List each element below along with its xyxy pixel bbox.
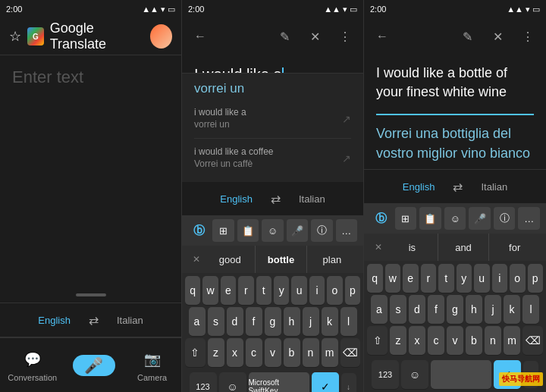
key-k-right[interactable]: k xyxy=(504,295,520,324)
key-123-mid[interactable]: 123 xyxy=(190,372,217,392)
key-w-mid[interactable]: w xyxy=(202,276,218,305)
edit-icon-right[interactable]: ✎ xyxy=(455,24,479,49)
nav-mic[interactable]: 🎤 xyxy=(73,355,115,376)
key-a-right[interactable]: a xyxy=(371,295,388,324)
translated-area-right[interactable]: I would like a bottle of your finest whi… xyxy=(364,55,546,169)
avatar[interactable] xyxy=(150,24,172,49)
key-o-mid[interactable]: o xyxy=(327,276,342,305)
key-m-mid[interactable]: m xyxy=(322,338,338,367)
key-q-mid[interactable]: q xyxy=(185,276,200,305)
key-a-mid[interactable]: a xyxy=(189,307,206,336)
keyboard-mid[interactable]: ⓑ ⊞ 📋 ☺ 🎤 ⓘ … ✕ good bottle plan q w e r… xyxy=(182,215,363,392)
sugg-word-2-mid[interactable]: bottle xyxy=(256,246,306,273)
close-icon-mid[interactable]: ✕ xyxy=(303,24,327,49)
key-y-mid[interactable]: y xyxy=(274,276,289,305)
keyboard-rows-right[interactable]: q w e r t y u i o p a s d f g h j k l xyxy=(364,261,546,359)
source-lang-mid[interactable]: English xyxy=(214,190,259,208)
key-q-right[interactable]: q xyxy=(367,264,383,293)
key-shift-mid[interactable]: ⇧ xyxy=(185,338,206,367)
key-g-right[interactable]: g xyxy=(447,295,463,324)
bottom-nav-left[interactable]: 💬 Conversation 🎤 📷 Camera xyxy=(0,337,181,392)
bottom-kb-row-mid[interactable]: 123 ☺ Microsoft SwiftKey ✓ ↓ xyxy=(182,371,363,392)
bing-icon-mid[interactable]: ⓑ xyxy=(188,219,209,242)
key-x-right[interactable]: x xyxy=(409,326,425,355)
key-i-mid[interactable]: i xyxy=(309,276,325,305)
panel-top-bar-right[interactable]: ← ✎ ✕ ⋮ xyxy=(364,18,546,55)
star-icon[interactable]: ☆ xyxy=(9,28,21,45)
key-emoji-right[interactable]: ☺ xyxy=(401,360,428,389)
source-lang-right[interactable]: English xyxy=(397,178,441,196)
sugg-word-3-right[interactable]: for xyxy=(489,234,540,261)
key-f-mid[interactable]: f xyxy=(246,307,262,336)
nav-camera[interactable]: 📷 Camera xyxy=(131,349,174,382)
key-k-mid[interactable]: k xyxy=(322,307,338,336)
key-arrow-down-mid[interactable]: ↓ xyxy=(341,373,356,392)
target-lang-right[interactable]: Italian xyxy=(475,178,513,196)
key-enter-mid[interactable]: ✓ xyxy=(312,372,339,392)
key-e-right[interactable]: e xyxy=(403,264,419,293)
key-w-right[interactable]: w xyxy=(385,264,401,293)
kb-face-icon-right[interactable]: ☺ xyxy=(444,207,466,230)
sugg-word-1-right[interactable]: is xyxy=(387,234,438,261)
kb-grid-icon-right[interactable]: ⊞ xyxy=(395,207,417,230)
enter-text-placeholder[interactable]: Enter text xyxy=(12,67,83,86)
nav-conversation[interactable]: 💬 Conversation xyxy=(8,349,57,382)
key-j-mid[interactable]: j xyxy=(303,307,319,336)
mic-icon[interactable]: 🎤 xyxy=(73,355,115,376)
key-p-mid[interactable]: p xyxy=(345,276,360,305)
key-n-mid[interactable]: n xyxy=(303,338,319,367)
key-l-right[interactable]: l xyxy=(522,295,539,324)
target-lang-mid[interactable]: Italian xyxy=(293,190,331,208)
camera-icon[interactable]: 📷 xyxy=(131,349,174,370)
key-t-right[interactable]: t xyxy=(438,264,454,293)
lang-bar-right[interactable]: English ⇄ Italian xyxy=(364,170,546,203)
lang-bar-left[interactable]: English ⇄ Italian xyxy=(0,303,181,337)
key-space-mid[interactable]: Microsoft SwiftKey xyxy=(249,372,309,392)
key-b-mid[interactable]: b xyxy=(284,338,300,367)
suggestion-item-1[interactable]: i would like a vorrei un ↗ xyxy=(194,102,351,135)
sugg-word-3-mid[interactable]: plan xyxy=(307,246,357,273)
back-icon-right[interactable]: ← xyxy=(370,24,394,49)
key-d-right[interactable]: d xyxy=(409,295,425,324)
close-icon-right[interactable]: ✕ xyxy=(485,24,510,49)
keyboard-rows-mid[interactable]: q w e r t y u i o p a s d f g h j k l xyxy=(182,273,363,371)
key-m-right[interactable]: m xyxy=(504,326,520,355)
key-v-mid[interactable]: v xyxy=(265,338,281,367)
kb-mic-icon-mid[interactable]: 🎤 xyxy=(287,219,308,242)
key-123-right[interactable]: 123 xyxy=(372,360,399,389)
lang-swap-left[interactable]: ⇄ xyxy=(89,313,99,328)
key-backspace-right[interactable]: ⌫ xyxy=(522,326,543,355)
kb-grid-icon-mid[interactable]: ⊞ xyxy=(212,219,234,242)
key-x-mid[interactable]: x xyxy=(227,338,243,367)
kb-more-icon-mid[interactable]: … xyxy=(336,219,357,242)
kb-clipboard-icon-right[interactable]: 📋 xyxy=(419,207,441,230)
key-r-right[interactable]: r xyxy=(421,264,437,293)
key-c-right[interactable]: c xyxy=(428,326,444,355)
conversation-icon[interactable]: 💬 xyxy=(11,349,54,370)
keyboard-toolbar-mid[interactable]: ⓑ ⊞ 📋 ☺ 🎤 ⓘ … xyxy=(182,215,363,246)
key-f-right[interactable]: f xyxy=(428,295,444,324)
kb-mic-icon-right[interactable]: 🎤 xyxy=(469,207,491,230)
key-r-mid[interactable]: r xyxy=(238,276,253,305)
source-lang-left[interactable]: English xyxy=(32,312,77,329)
target-lang-left[interactable]: Italian xyxy=(111,312,149,329)
key-shift-right[interactable]: ⇧ xyxy=(367,326,388,355)
key-u-mid[interactable]: u xyxy=(291,276,306,305)
suggestion-item-2[interactable]: i would like a coffee Vorrei un caffè ↗ xyxy=(194,142,351,174)
suggestions-row-mid[interactable]: ✕ good bottle plan xyxy=(182,246,363,273)
key-space-right[interactable] xyxy=(431,360,491,389)
more-icon-right[interactable]: ⋮ xyxy=(516,24,540,49)
key-v-right[interactable]: v xyxy=(447,326,463,355)
suggestions-row-right[interactable]: ✕ is and for xyxy=(364,234,546,261)
key-g-mid[interactable]: g xyxy=(265,307,281,336)
key-t-mid[interactable]: t xyxy=(256,276,271,305)
key-b-right[interactable]: b xyxy=(466,326,482,355)
key-p-right[interactable]: p xyxy=(528,264,544,293)
key-c-mid[interactable]: c xyxy=(246,338,262,367)
keyboard-right[interactable]: ⓑ ⊞ 📋 ☺ 🎤 ⓘ … ✕ is and for q w e r t y u… xyxy=(364,203,546,392)
kb-info-icon-mid[interactable]: ⓘ xyxy=(311,219,332,242)
key-e-mid[interactable]: e xyxy=(221,276,236,305)
sugg-x-right[interactable]: ✕ xyxy=(370,242,387,252)
key-n-right[interactable]: n xyxy=(485,326,501,355)
kb-face-icon-mid[interactable]: ☺ xyxy=(262,219,283,242)
